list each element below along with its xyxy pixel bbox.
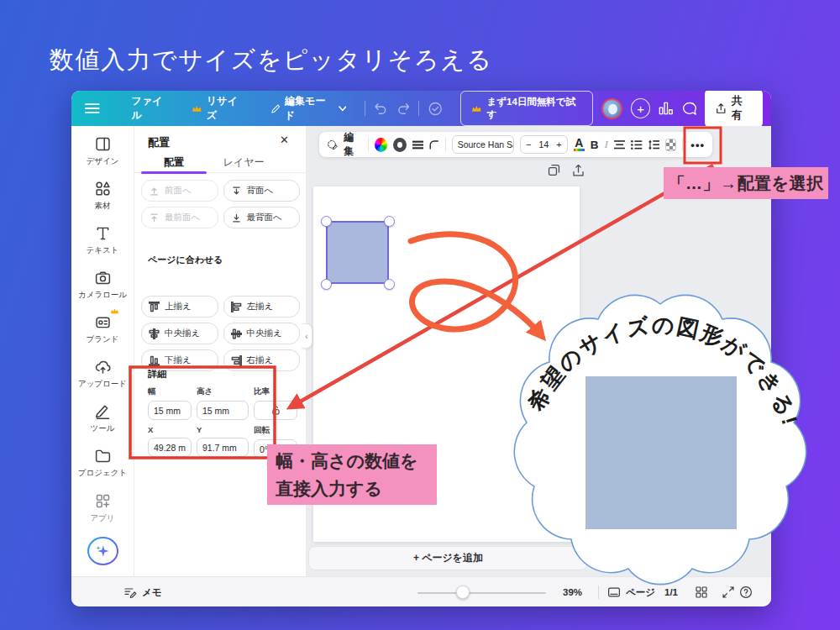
spacing-icon[interactable] [648, 139, 659, 150]
add-page-label: + ページを追加 [413, 551, 483, 565]
avatar[interactable] [601, 98, 622, 119]
sidebar-item-design[interactable]: デザイン [71, 135, 134, 180]
grid-view-button[interactable] [695, 577, 708, 606]
divider [418, 101, 419, 116]
sidebar-label: ツール [91, 423, 115, 434]
tutorial-slide: 数値入力でサイズをピッタリそろえる ファイル リサイズ 編集モード ま [0, 0, 840, 630]
pen-tool-icon [94, 402, 112, 420]
selected-square-element[interactable] [326, 221, 389, 284]
align-left-button[interactable]: 左揃え [223, 296, 301, 318]
list-icon[interactable] [631, 139, 642, 150]
italic-button[interactable]: I [604, 138, 608, 151]
align-vcenter-button[interactable]: 中央揃え [223, 323, 301, 344]
sidebar-item-uploads[interactable]: アップロード [71, 358, 134, 402]
edit-mode-menu[interactable]: 編集モード [270, 94, 347, 123]
brand-icon [94, 313, 112, 331]
lock-ratio-button[interactable] [254, 401, 297, 420]
sidebar-item-tools[interactable]: ツール [71, 402, 134, 447]
expand-icon [722, 585, 735, 599]
border-color-icon[interactable] [393, 138, 407, 152]
share-button[interactable]: 共有 [705, 91, 763, 128]
resize-menu[interactable]: リサイズ [192, 94, 246, 123]
text-align-icon[interactable] [614, 139, 625, 150]
duplicate-page-icon[interactable] [547, 163, 561, 177]
sidebar-item-elements[interactable]: 素材 [71, 180, 134, 224]
page-word: ページ [626, 586, 655, 599]
sidebar-item-camera-roll[interactable]: カメラロール [71, 269, 134, 313]
sidebar-item-projects[interactable]: プロジェクト [71, 447, 134, 491]
trial-button[interactable]: まず14日間無料で試す [460, 91, 594, 126]
insights-icon[interactable] [659, 102, 674, 115]
panel-title: 配置 [148, 135, 170, 150]
decrease-size-button[interactable]: − [526, 139, 531, 150]
ratio-field-label: 比率 [254, 386, 297, 397]
comments-icon[interactable] [682, 102, 697, 116]
font-selector[interactable]: Source Han Sans ... [452, 135, 514, 154]
button-label: 中央揃え [247, 328, 282, 339]
width-input[interactable] [148, 401, 192, 420]
corner-rounding-icon[interactable] [429, 139, 439, 150]
sidebar-item-brand[interactable]: ブランド [71, 313, 134, 358]
transparency-icon[interactable] [665, 139, 677, 151]
border-style-icon[interactable] [412, 139, 423, 150]
sidebar-item-text[interactable]: テキスト [71, 224, 134, 269]
file-menu[interactable]: ファイル [132, 94, 172, 123]
redo-icon[interactable] [396, 102, 411, 115]
close-icon[interactable]: ✕ [280, 134, 289, 146]
page-view-button[interactable]: ページ [607, 577, 655, 606]
sidebar-item-apps[interactable]: アプリ [71, 492, 134, 537]
align-right-icon [231, 355, 242, 366]
menu-icon[interactable] [85, 102, 100, 114]
tab-layers[interactable]: レイヤー [210, 151, 277, 173]
add-page-icon-top[interactable] [571, 163, 585, 177]
folder-icon [94, 447, 112, 465]
sidebar-label: 素材 [95, 201, 111, 212]
zoom-slider-track[interactable] [417, 592, 546, 595]
fullscreen-button[interactable] [722, 577, 735, 606]
add-member-button[interactable]: + [631, 98, 650, 118]
send-backward-button[interactable]: 背面へ [223, 180, 301, 202]
resize-handle-bottom-left[interactable] [321, 279, 332, 290]
ai-assistant-button[interactable] [87, 537, 118, 565]
send-to-back-button[interactable]: 最背面へ [223, 207, 301, 228]
bring-forward-button[interactable]: 前面へ [141, 180, 218, 202]
panel-collapse-handle[interactable]: ‹ [302, 323, 312, 349]
resize-handle-top-left[interactable] [321, 216, 332, 227]
notes-button[interactable]: メモ [123, 577, 162, 606]
memo-icon [123, 585, 137, 599]
y-position-input[interactable] [197, 438, 249, 457]
zoom-level: 39% [563, 577, 582, 606]
color-wheel-icon[interactable] [375, 138, 387, 152]
page-view-icon [607, 585, 621, 599]
add-page-button[interactable]: + ページを追加 [308, 546, 588, 570]
crown-icon [110, 307, 119, 315]
tab-arrange[interactable]: 配置 [141, 151, 207, 173]
zoom-slider-thumb[interactable] [456, 585, 470, 599]
edit-button-label[interactable]: 編集 [344, 130, 361, 159]
sidebar-label: デザイン [87, 156, 119, 167]
text-color-button[interactable]: A [574, 138, 585, 151]
x-position-input[interactable] [148, 438, 192, 457]
align-top-button[interactable]: 上揃え [141, 296, 218, 318]
bold-button[interactable]: B [591, 139, 599, 151]
zoom-percent: 39% [563, 587, 582, 597]
sidebar-label: プロジェクト [78, 468, 127, 479]
height-input[interactable] [197, 401, 249, 420]
bring-to-front-button[interactable]: 最前面へ [141, 207, 218, 228]
align-hcenter-button[interactable]: 中央揃え [141, 323, 218, 344]
button-label: 前面へ [165, 185, 192, 197]
x-field-label: X [148, 425, 192, 434]
increase-size-button[interactable]: + [556, 139, 561, 150]
annotation-input-values: 幅・高さの数値を 直接入力する [267, 444, 437, 505]
more-options-button[interactable]: ••• [690, 139, 705, 151]
resize-handle-top-right[interactable] [384, 216, 395, 227]
font-size-stepper[interactable]: − 14 + [520, 135, 568, 154]
resize-handle-bottom-right[interactable] [384, 279, 395, 290]
cloud-saved-icon [428, 102, 443, 116]
help-button[interactable] [739, 577, 753, 606]
undo-icon[interactable] [374, 102, 388, 115]
grid-view-icon [695, 585, 708, 599]
divider [368, 138, 369, 151]
edit-image-icon[interactable] [327, 139, 338, 151]
crown-icon [192, 104, 202, 113]
